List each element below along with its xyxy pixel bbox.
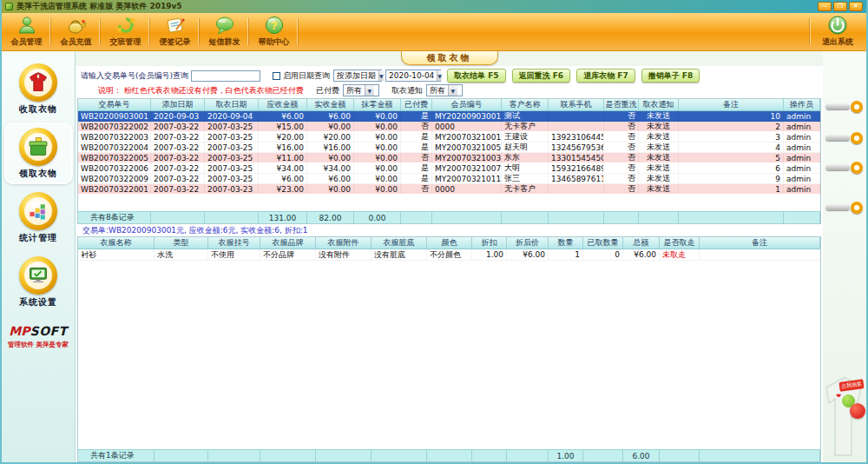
column-header[interactable]: 折后价 [507,237,549,249]
table-cell: 13245679536 [549,143,604,152]
table-cell: WB20200903001 [78,111,151,121]
toolbar-spacer [299,13,809,50]
table-cell: admin [784,122,820,131]
table-row[interactable]: WB200703220042007-03-222007-03-25¥16.00¥… [78,143,820,153]
table-cell: 东东 [502,153,549,162]
column-header[interactable]: 取衣日期 [205,99,259,110]
table-row[interactable]: WB200703220032007-03-222007-03-25¥20.00¥… [78,132,820,143]
power-icon [827,15,848,36]
minimize-button[interactable]: — [818,2,832,11]
date-select[interactable]: 2020-10-04 ▼ [385,70,441,82]
table-cell: 未取走 [660,249,700,260]
table-cell: ¥23.00 [259,184,307,194]
column-header[interactable]: 衣服品牌 [260,237,316,249]
table-cell: MY20070321011 [432,174,502,183]
column-header[interactable]: 应收金额 [259,99,307,110]
column-header[interactable]: 是否重洗 [604,99,639,110]
sidebar-item-settings[interactable]: 系统设置 [4,251,73,313]
toolbar-item-notes[interactable]: 便签记录 [150,13,200,50]
column-header[interactable]: 会员编号 [432,99,502,110]
notify-filter-select[interactable]: 所有 ▼ [426,84,463,96]
toolbar-label: 会员充值 [61,36,92,48]
table-row[interactable]: WB200703220052007-03-222007-03-25¥11.00¥… [78,153,820,163]
close-button[interactable]: ✕ [849,2,863,11]
table-cell: admin [784,174,820,183]
column-header[interactable]: 已付费 [401,99,432,110]
date-query-checkbox[interactable] [273,72,280,80]
column-header[interactable]: 取衣通知 [639,99,679,110]
table-cell: ¥20.00 [259,132,307,142]
table-row[interactable]: WB200703220062007-03-222007-03-25¥34.00¥… [78,163,820,174]
column-header[interactable]: 是否取走 [660,237,700,249]
column-header[interactable]: 实收金额 [307,99,354,110]
tab-pickup-clothes[interactable]: 领取衣物 [401,51,498,65]
table-cell: 13301545450 [549,153,604,162]
table-cell: 13923106445 [549,132,604,142]
column-header[interactable]: 类型 [155,237,208,249]
table-cell: 2020-09-04 [205,111,259,121]
table-cell: 是 [401,143,432,152]
toolbar-item-member-manage[interactable]: 会员管理 [2,13,51,50]
table-cell: 是 [401,111,432,121]
table-cell: 2007-03-23 [205,184,259,194]
maximize-button[interactable]: ❐ [833,2,847,11]
summary-cell [155,450,208,461]
summary-cell: 6.00 [623,450,660,461]
column-header[interactable]: 添加日期 [151,99,205,110]
help-icon: ? [264,15,285,36]
date-mode-select[interactable]: 按添加日期 ▼ [333,70,382,82]
return-stock-button[interactable]: 退库衣物 F7 [576,69,635,83]
table-row[interactable]: 衬衫水洗不使用不分品牌没有附件没有脏底不分颜色1.00¥6.0010¥6.00未… [78,249,820,261]
column-header[interactable]: 衣服脏底 [372,237,427,249]
search-input[interactable] [191,70,260,82]
column-header[interactable]: 备注 [679,99,784,110]
sidebar-item-label: 收取衣物 [19,103,57,116]
table-row[interactable]: WB200703220022007-03-222007-03-25¥15.00¥… [78,122,820,132]
column-header[interactable]: 操作员 [784,99,820,110]
column-header[interactable]: 衣服附件 [316,237,372,249]
orders_table-summary-row: 共有8条记录131.0082.000.00 [78,211,820,223]
table-row[interactable]: WB200703220092007-03-222007-03-25¥6.00¥6… [78,174,820,184]
shift-arrows-icon [115,15,136,36]
table-cell: ¥15.00 [259,122,307,131]
toolbar-item-member-recharge[interactable]: 会员充值 [51,13,101,50]
sidebar-item-pickup-clothes[interactable]: 领取衣物 [4,123,73,184]
table-cell: ¥6.00 [259,174,307,183]
table-cell: 1 [549,249,583,260]
rewash-button[interactable]: 返回重洗 F6 [512,69,571,83]
toolbar-item-shift-manage[interactable]: 交班管理 [101,13,150,50]
paid-filter-select[interactable]: 所有 ▼ [343,84,379,96]
sidebar-item-receive-clothes[interactable]: 收取衣物 [4,58,73,120]
column-header[interactable]: 已取数量 [583,237,623,249]
table-cell: 2007-03-22 [151,132,205,142]
table-cell: 否 [604,132,639,142]
sidebar-item-statistics[interactable]: 统计管理 [4,187,73,249]
toolbar-item-sms[interactable]: 短信群发 [200,13,249,50]
toolbar-item-help[interactable]: ? 帮助中心 [249,13,299,50]
column-header[interactable]: 衣服名称 [78,237,155,249]
search-label: 请输入交易单号(会员编号)查询 [81,70,188,82]
lottery-tag[interactable]: 点我抽奖 [838,379,864,392]
column-header[interactable]: 抹零金额 [354,99,401,110]
column-header[interactable]: 备注 [700,237,820,249]
summary-cell: 1.00 [549,450,583,461]
column-header[interactable]: 交易单号 [78,99,151,110]
column-header[interactable]: 总额 [623,237,660,249]
lottery-mascot[interactable]: 点我抽奖 ❤ [825,381,865,429]
table-cell: 2007-03-22 [151,184,205,194]
table-cell: 未发送 [639,111,679,121]
chevron-down-icon: ▼ [437,70,442,81]
table-row[interactable]: WB202009030012020-09-032020-09-04¥6.00¥6… [78,111,820,122]
column-header[interactable]: 联系手机 [549,99,604,110]
column-header[interactable]: 折扣 [472,237,507,249]
column-header[interactable]: 客户名称 [502,99,549,110]
summary-cell [502,212,549,223]
column-header[interactable]: 数量 [549,237,583,249]
sidebar-item-label: 领取衣物 [19,168,57,180]
table-row[interactable]: WB200703220012007-03-222007-03-23¥23.00¥… [78,184,820,195]
pickup-settle-button[interactable]: 取衣结单 F5 [447,69,506,83]
column-header[interactable]: 衣服挂号 [208,237,260,249]
exit-system-button[interactable]: 退出系统 [809,13,866,50]
column-header[interactable]: 颜色 [427,237,472,249]
cancel-order-button[interactable]: 撤销单子 F8 [641,69,700,83]
